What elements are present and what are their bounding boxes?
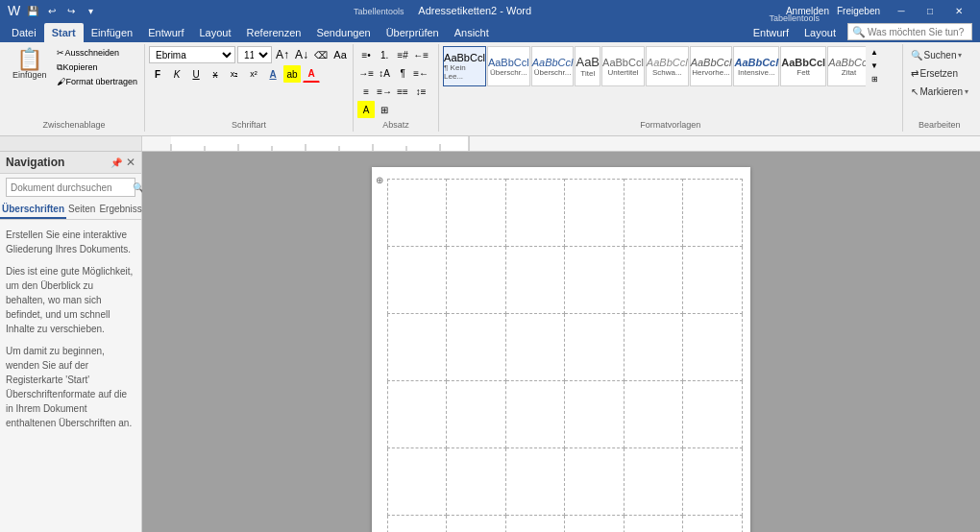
table-cell[interactable] <box>505 180 564 247</box>
quick-access-dropdown[interactable]: ▾ <box>82 2 99 19</box>
table-cell[interactable] <box>447 180 505 247</box>
style-quote[interactable]: AaBbCcl Zitat <box>827 46 866 86</box>
table-cell[interactable] <box>683 180 743 247</box>
bold-button[interactable]: F <box>149 65 166 83</box>
table-cell[interactable] <box>388 516 447 533</box>
table-cell[interactable] <box>505 247 564 314</box>
tab-referenzen[interactable]: Referenzen <box>239 23 309 42</box>
style-intense-emphasis[interactable]: AaBbCcl Intensive... <box>733 46 779 86</box>
tab-table-layout[interactable]: Layout <box>796 23 844 42</box>
table-cell[interactable] <box>447 381 505 448</box>
table-cell[interactable] <box>565 448 624 516</box>
table-cell[interactable] <box>683 247 743 314</box>
document-area[interactable]: ⊕ <box>142 152 980 532</box>
tab-start[interactable]: Start <box>44 23 84 42</box>
table-cell[interactable] <box>447 516 505 533</box>
ribbon-search-input[interactable] <box>868 27 980 37</box>
show-marks-button[interactable]: ¶ <box>394 64 411 82</box>
table-cell[interactable] <box>388 314 447 381</box>
cut-button[interactable]: ✂ Ausschneiden <box>54 46 141 60</box>
justify-button[interactable]: ≡≡ <box>394 83 411 100</box>
superscript-button[interactable]: x² <box>245 65 262 83</box>
italic-button[interactable]: K <box>168 65 185 83</box>
tab-layout[interactable]: Layout <box>191 23 238 42</box>
tab-ueberprufen[interactable]: Überprüfen <box>379 23 447 42</box>
shrink-font-button[interactable]: A↓ <box>293 46 310 63</box>
style-standard[interactable]: AaBbCcl ¶ Kein Lee... <box>443 46 486 86</box>
document-table[interactable] <box>387 179 743 532</box>
table-cell[interactable] <box>624 314 682 381</box>
table-cell[interactable] <box>505 381 564 448</box>
tab-einfuegen[interactable]: Einfügen <box>84 23 140 42</box>
table-cell[interactable] <box>505 448 564 516</box>
undo-button[interactable]: ↩ <box>43 2 61 19</box>
line-spacing-button[interactable]: ↕≡ <box>412 83 429 100</box>
font-family-select[interactable]: Ebrima <box>149 46 235 63</box>
border-button[interactable]: ⊞ <box>376 101 393 118</box>
tab-sendungen[interactable]: Sendungen <box>308 23 378 42</box>
nav-tab-pages[interactable]: Seiten <box>66 201 97 219</box>
bullets-button[interactable]: ≡• <box>357 46 375 63</box>
close-button[interactable]: ✕ <box>945 2 972 19</box>
shading-button[interactable]: A <box>357 101 375 118</box>
table-cell[interactable] <box>505 516 564 533</box>
style-strong[interactable]: AaBbCcl Fett <box>780 46 826 86</box>
change-case-button[interactable]: Aa <box>331 46 349 63</box>
styles-down-arrow[interactable]: ▼ <box>868 60 881 72</box>
tab-ansicht[interactable]: Ansicht <box>447 23 497 42</box>
font-size-select[interactable]: 11 <box>237 46 272 63</box>
table-cell[interactable] <box>565 314 624 381</box>
replace-button[interactable]: ⇄ Ersetzen <box>907 64 972 82</box>
table-cell[interactable] <box>683 516 743 533</box>
nav-search-input[interactable] <box>11 182 133 193</box>
multilevel-button[interactable]: ≡# <box>394 46 411 63</box>
tab-table-entwurf[interactable]: Entwurf <box>746 23 796 42</box>
copy-button[interactable]: ⧉ Kopieren <box>54 60 141 74</box>
subscript-button[interactable]: x₂ <box>226 65 243 83</box>
style-heading1[interactable]: AaBbCcl Überschr... <box>487 46 530 86</box>
increase-indent-button[interactable]: →≡ <box>357 64 375 82</box>
redo-button[interactable]: ↪ <box>62 2 80 19</box>
style-subtitle[interactable]: AaBbCcl Untertitel <box>601 46 645 86</box>
save-button[interactable]: 💾 <box>24 2 41 19</box>
table-cell[interactable] <box>565 381 624 448</box>
style-emphasis[interactable]: AaBbCcl Hervorhe... <box>690 46 733 86</box>
find-button[interactable]: 🔍 Suchen ▾ <box>907 46 972 63</box>
format-paste-button[interactable]: 🖌 Format übertragen <box>54 75 141 88</box>
align-left-button[interactable]: ≡← <box>412 64 429 82</box>
nav-search-box[interactable]: 🔍 <box>6 178 135 197</box>
align-center-button[interactable]: ≡ <box>357 83 375 100</box>
style-subtle-emphasis[interactable]: AaBbCcl Schwa... <box>646 46 689 86</box>
nav-pin-icon[interactable]: 📌 <box>110 157 122 168</box>
table-cell[interactable] <box>505 314 564 381</box>
table-cell[interactable] <box>683 448 743 516</box>
maximize-button[interactable]: □ <box>917 2 943 19</box>
tab-datei[interactable]: Datei <box>4 23 44 42</box>
table-cell[interactable] <box>447 247 505 314</box>
table-cell[interactable] <box>447 314 505 381</box>
table-cell[interactable] <box>565 247 624 314</box>
ribbon-search-box[interactable]: 🔍 <box>847 23 972 40</box>
table-cell[interactable] <box>388 247 447 314</box>
select-button[interactable]: ↖ Markieren ▾ <box>907 83 972 100</box>
table-cell[interactable] <box>624 247 682 314</box>
table-cell[interactable] <box>388 180 447 247</box>
numbering-button[interactable]: 1. <box>376 46 393 63</box>
font-color-button[interactable]: A <box>303 65 320 83</box>
table-cell[interactable] <box>683 381 743 448</box>
style-heading2[interactable]: AaBbCcl Überschr... <box>531 46 575 86</box>
table-cell[interactable] <box>624 516 682 533</box>
tab-entwurf[interactable]: Entwurf <box>140 23 191 42</box>
table-cell[interactable] <box>565 180 624 247</box>
table-cell[interactable] <box>388 448 447 516</box>
style-title[interactable]: AaB Titel <box>575 46 600 86</box>
table-cell[interactable] <box>447 448 505 516</box>
styles-up-arrow[interactable]: ▲ <box>868 46 881 59</box>
styles-more-arrow[interactable]: ⊞ <box>868 73 881 85</box>
table-cell[interactable] <box>624 448 682 516</box>
strikethrough-button[interactable]: x <box>207 65 224 83</box>
underline-button[interactable]: U <box>187 65 205 83</box>
align-right-button[interactable]: ≡→ <box>376 83 393 100</box>
text-highlight-button[interactable]: ab <box>283 65 301 83</box>
table-cell[interactable] <box>388 381 447 448</box>
